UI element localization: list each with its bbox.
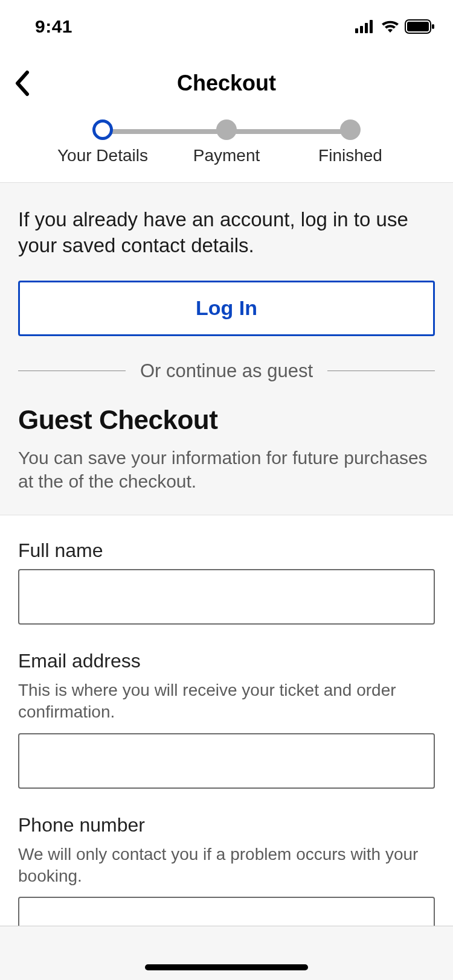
email-help-text: This is where you will receive your tick… [18,679,435,724]
cellular-signal-icon [355,20,376,33]
divider-text: Or continue as guest [140,360,313,382]
guest-checkout-heading: Guest Checkout [18,405,435,435]
full-name-label: Full name [18,539,435,562]
back-button[interactable] [8,70,35,97]
divider-line [18,371,126,371]
chevron-left-icon [14,70,30,97]
wifi-icon [381,20,400,33]
status-time: 9:41 [35,16,72,37]
svg-rect-0 [355,28,358,33]
login-prompt: If you already have an account, log in t… [18,207,435,259]
step-payment: Payment [181,119,272,165]
login-guest-section: If you already have an account, log in t… [0,182,453,515]
step-dot-active [92,119,113,140]
step-label: Payment [193,146,260,165]
home-indicator [145,964,308,970]
step-label: Your Details [57,146,148,165]
phone-label: Phone number [18,814,435,836]
field-full-name: Full name [18,539,435,625]
email-label: Email address [18,650,435,672]
login-button[interactable]: Log In [18,281,435,336]
step-label: Finished [318,146,382,165]
status-icons [355,19,435,34]
svg-rect-3 [370,20,373,33]
svg-rect-6 [432,24,434,29]
status-bar: 9:41 [0,0,453,53]
page-title: Checkout [177,71,276,96]
step-dot [216,119,237,140]
step-your-details: Your Details [57,119,148,165]
guest-form: Full name Email address This is where yo… [0,515,453,980]
field-email: Email address This is where you will rec… [18,650,435,789]
phone-help-text: We will only contact you if a problem oc… [18,844,435,888]
email-input[interactable] [18,733,435,789]
divider-line [327,371,435,371]
battery-icon [405,19,435,34]
guest-checkout-subtext: You can save your information for future… [18,446,435,493]
full-name-input[interactable] [18,569,435,625]
home-indicator-area [0,926,453,980]
progress-stepper: Your Details Payment Finished [0,113,453,182]
header: Checkout [0,53,453,113]
svg-rect-2 [365,23,368,33]
step-dot [340,119,361,140]
svg-rect-5 [407,22,429,31]
guest-divider: Or continue as guest [18,360,435,382]
step-finished: Finished [305,119,396,165]
svg-rect-1 [360,26,363,33]
